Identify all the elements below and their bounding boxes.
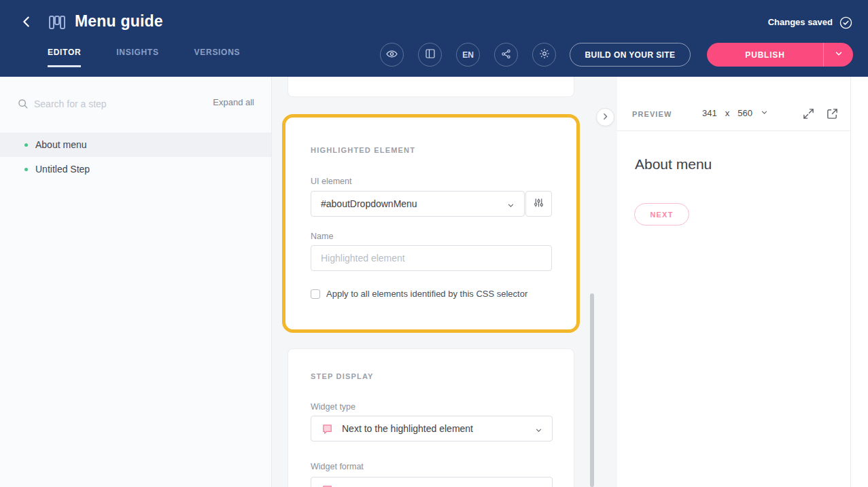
- apply-all-checkbox[interactable]: [311, 289, 320, 299]
- build-on-your-site-button[interactable]: BUILD ON YOUR SITE: [570, 43, 691, 67]
- changes-saved-status: Changes saved: [768, 17, 833, 27]
- tooltip-widget-icon: [321, 422, 334, 435]
- apply-all-label: Apply to all elements identified by this…: [326, 289, 527, 299]
- chevron-down-icon: [834, 49, 844, 60]
- publish-dropdown-button[interactable]: [823, 43, 853, 67]
- language-button[interactable]: EN: [456, 43, 480, 67]
- selector-settings-button[interactable]: [525, 191, 552, 217]
- tab-insights[interactable]: INSIGHTS: [116, 48, 158, 67]
- page-title: Menu guide: [75, 12, 163, 31]
- preview-next-button[interactable]: NEXT: [634, 203, 689, 226]
- layout-panel-icon: [424, 48, 436, 62]
- expand-arrows-icon: [802, 112, 815, 122]
- search-input[interactable]: [34, 94, 177, 113]
- sliders-icon: [533, 197, 544, 211]
- app-logo-icon: [48, 13, 67, 32]
- editor-scrollbar[interactable]: [590, 293, 594, 487]
- eye-icon: [385, 48, 398, 62]
- name-label: Name: [311, 232, 333, 241]
- step-item-label: Untitled Step: [35, 164, 90, 175]
- step-display-card: STEP DISPLAY Widget type Next to the hig…: [288, 348, 574, 487]
- previous-settings-card-partial: [288, 77, 574, 97]
- publish-button[interactable]: PUBLISH: [707, 43, 823, 67]
- ui-element-label: UI element: [311, 177, 351, 186]
- collapse-preview-button[interactable]: [596, 108, 614, 126]
- gear-icon: [538, 48, 551, 62]
- chevron-down-icon: [535, 425, 542, 433]
- layout-button[interactable]: [418, 43, 442, 67]
- step-search-row: Expand all: [0, 94, 271, 113]
- widget-type-label: Widget type: [311, 402, 355, 412]
- section-title: HIGHLIGHTED ELEMENT: [311, 146, 415, 154]
- widget-format-label: Widget format: [311, 462, 364, 471]
- fullscreen-button[interactable]: [801, 107, 815, 121]
- apply-all-row: Apply to all elements identified by this…: [311, 289, 527, 299]
- back-button[interactable]: [18, 14, 35, 31]
- preview-width-value: 341: [702, 108, 717, 118]
- settings-button[interactable]: [532, 43, 556, 67]
- back-chevron-icon: [19, 14, 34, 31]
- preview-eye-button[interactable]: [380, 43, 404, 67]
- step-list: About menu Untitled Step: [0, 132, 271, 181]
- preview-size-separator: x: [725, 108, 730, 118]
- step-status-dot: [24, 143, 28, 147]
- preview-label: PREVIEW: [632, 110, 672, 118]
- language-badge: EN: [462, 50, 474, 60]
- share-button[interactable]: [494, 43, 518, 67]
- highlighted-element-card: HIGHLIGHTED ELEMENT UI element #aboutDro…: [282, 114, 580, 333]
- editor-panel: HIGHLIGHTED ELEMENT UI element #aboutDro…: [272, 77, 617, 487]
- preview-height-value: 560: [737, 108, 752, 118]
- check-circle-icon: [839, 16, 852, 29]
- chevron-right-icon: [601, 112, 610, 123]
- widget-format-select[interactable]: [311, 477, 553, 487]
- header-tabs: EDITOR INSIGHTS VERSIONS: [48, 48, 240, 67]
- step-status-dot: [24, 168, 28, 171]
- search-icon: [17, 98, 29, 109]
- publish-button-group: PUBLISH: [707, 43, 853, 67]
- name-input[interactable]: [311, 245, 552, 271]
- tab-editor[interactable]: EDITOR: [48, 48, 81, 67]
- app-header: Menu guide Changes saved EDITOR INSIGHTS…: [0, 0, 868, 77]
- preview-panel: PREVIEW 341 x 560 About menu NEXT: [617, 77, 851, 487]
- share-icon: [500, 48, 512, 62]
- step-item-untitled-step[interactable]: Untitled Step: [0, 157, 271, 181]
- expand-all-link[interactable]: Expand all: [213, 97, 254, 107]
- tooltip-widget-icon: [321, 484, 334, 487]
- app-root: Menu guide Changes saved EDITOR INSIGHTS…: [0, 0, 868, 487]
- ui-element-select[interactable]: #aboutDropdownMenu: [311, 191, 525, 217]
- widget-type-value: Next to the highlighted element: [342, 423, 473, 434]
- preview-header: PREVIEW 341 x 560: [617, 100, 850, 131]
- open-external-button[interactable]: [825, 107, 839, 121]
- chevron-down-icon: [507, 200, 515, 208]
- widget-type-select[interactable]: Next to the highlighted element: [311, 416, 553, 441]
- tab-versions[interactable]: VERSIONS: [194, 48, 241, 67]
- external-link-icon: [826, 112, 839, 122]
- header-action-icons: EN: [380, 43, 556, 67]
- preview-size-select[interactable]: 341 x 560: [702, 108, 768, 118]
- step-item-label: About menu: [35, 139, 87, 150]
- steps-sidebar: Expand all About menu Untitled Step: [0, 77, 272, 487]
- section-title: STEP DISPLAY: [311, 372, 374, 380]
- preview-step-title: About menu: [635, 156, 712, 173]
- ui-element-value: #aboutDropdownMenu: [321, 198, 417, 209]
- step-item-about-menu[interactable]: About menu: [0, 132, 271, 157]
- chevron-down-icon: [761, 108, 768, 118]
